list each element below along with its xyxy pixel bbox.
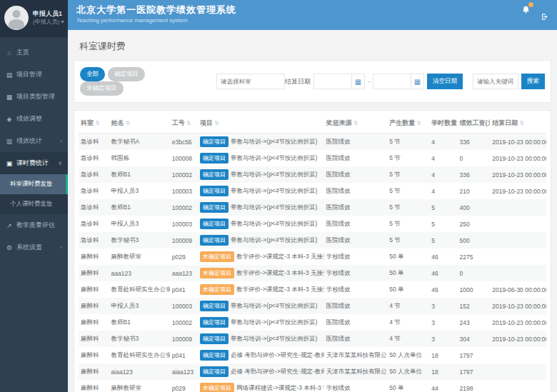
project-status-badge: 未确定项目 bbox=[200, 268, 234, 278]
table-row[interactable]: 麻醉科教师B1100002确定项目带教与培训->(p<4节按比例折算)医院绩效4… bbox=[79, 314, 546, 331]
table-row[interactable]: 急诊科韩国栋100008确定项目带教与培训->(p<4节按比例折算)医院绩效5 … bbox=[79, 150, 546, 166]
sidebar-item-label: 主页 bbox=[16, 48, 29, 57]
column-header-学时数量[interactable]: 学时数量⇅ bbox=[429, 114, 457, 134]
filter-pill-确定项目[interactable]: 确定项目 bbox=[108, 67, 145, 81]
main-content: 科室课时费 全部确定项目未确定项目 结算日期 ▦ - ▦ 清空日期 搜索 bbox=[68, 30, 557, 392]
column-header-结算日期[interactable]: 结算日期⇅ bbox=[490, 114, 546, 134]
cell-qty: 5 节 bbox=[387, 199, 429, 216]
cell-name: 教育处科研实生办公室A bbox=[109, 281, 170, 298]
table-row[interactable]: 麻醉科教育处科研实生办公室Ap041未确定项目教学评价->课规定-3 本科-3 … bbox=[79, 281, 546, 298]
cell-hours: 5 bbox=[429, 199, 457, 216]
project-description: 带教与培训->(p<4节按比例折算) bbox=[231, 220, 317, 227]
sort-icon: ⇅ bbox=[95, 120, 100, 126]
cell-hours: 5 bbox=[429, 232, 457, 248]
gear-icon: ⚙ bbox=[6, 244, 13, 251]
cell-date bbox=[490, 199, 546, 216]
column-header-科室[interactable]: 科室⇅ bbox=[79, 114, 109, 134]
logout-icon[interactable] bbox=[541, 11, 550, 24]
table-row[interactable]: 麻醉科麻醉教研室p029未确定项目网络课程建设->课规定-3 本科-3 学员学校… bbox=[79, 380, 546, 392]
date-range-label: 结算日期 bbox=[285, 77, 311, 86]
search-button[interactable]: 搜索 bbox=[521, 74, 545, 89]
project-description: 必修 考勤与评价->研究生-规定-教师 bbox=[231, 368, 324, 375]
sidebar-item-teaching-quality[interactable]: ↗教学质量评估 bbox=[0, 214, 68, 236]
cell-source: 医院绩效 bbox=[324, 183, 387, 199]
keyword-search-input[interactable] bbox=[473, 74, 518, 89]
cell-dept: 急诊科 bbox=[79, 150, 109, 166]
cell-project: 确定项目带教与培训->(p<4节按比例折算) bbox=[198, 134, 324, 151]
table-row[interactable]: 麻醉科申报人员3100003确定项目带教与培训->(p<4节按比例折算)医院绩效… bbox=[79, 298, 546, 314]
table-row[interactable]: 急诊科教师B1100002确定项目带教与培训->(p<4节按比例折算)医院绩效5… bbox=[79, 166, 546, 183]
cell-project: 确定项目带教与培训->(p<4节按比例折算) bbox=[198, 232, 324, 248]
sidebar-item-label: 系统设置 bbox=[16, 243, 42, 252]
cell-source: 学校绩效 bbox=[324, 248, 387, 265]
user-profile[interactable]: 申报人员1 (申报人员) ▾ bbox=[0, 0, 68, 37]
column-header-产生数量[interactable]: 产生数量⇅ bbox=[387, 114, 429, 134]
cell-pay: 500 bbox=[458, 232, 491, 248]
column-header-姓名[interactable]: 姓名⇅ bbox=[109, 114, 170, 134]
column-header-项目[interactable]: 项目⇅ bbox=[198, 114, 324, 134]
table-row[interactable]: 急诊科教学秘书3100009确定项目带教与培训->(p<4节按比例折算)医院绩效… bbox=[79, 232, 546, 248]
cell-dept: 急诊科 bbox=[79, 166, 109, 183]
sidebar-item-performance-adjust[interactable]: ◈绩效调整 bbox=[0, 108, 68, 130]
cell-name: 申报人员3 bbox=[109, 183, 170, 199]
cell-project: 确定项目带教与培训->(p<4节按比例折算) bbox=[198, 314, 324, 331]
cell-id: p029 bbox=[170, 380, 198, 392]
user-role-dropdown[interactable]: (申报人员) ▾ bbox=[33, 19, 64, 26]
cell-name: 麻醉教研室 bbox=[109, 248, 170, 265]
sidebar-item-project-type-management[interactable]: ▦项目类型管理 bbox=[0, 86, 68, 108]
table-row[interactable]: 麻醉科教育处科研实生办公室Ap041确定项目必修 考勤与评价->研究生-规定-教… bbox=[79, 347, 546, 363]
column-header-绩效工资(元)[interactable]: 绩效工资(元)⇅ bbox=[458, 114, 491, 134]
project-status-badge: 确定项目 bbox=[200, 333, 229, 344]
sidebar-item-label: 绩效调整 bbox=[16, 114, 42, 124]
sidebar-subitem-dept-course-fee[interactable]: 科室课时费发放 bbox=[0, 174, 68, 194]
date-to-input[interactable] bbox=[373, 74, 411, 89]
table-row[interactable]: 急诊科申报人员3100003确定项目带教与培训->(p<4节按比例折算)医院绩效… bbox=[79, 183, 546, 199]
app-subtitle: Teaching performance management system bbox=[76, 17, 548, 24]
date-from-input[interactable] bbox=[314, 74, 351, 89]
cell-id: 100003 bbox=[170, 298, 198, 314]
table-row[interactable]: 急诊科教师B1100002确定项目带教与培训->(p<4节按比例折算)医院绩效5… bbox=[79, 199, 546, 216]
notification-bell-icon[interactable] bbox=[521, 4, 531, 17]
filter-toolbar: 全部确定项目未确定项目 结算日期 ▦ - ▦ 清空日期 搜索 bbox=[74, 60, 551, 103]
cell-project: 确定项目带教与培训->(p<4节按比例折算) bbox=[198, 166, 324, 183]
sidebar-item-home[interactable]: ⌂主页 bbox=[0, 41, 68, 64]
table-row[interactable]: 麻醉科aiaa123aiaa123确定项目必修 考勤与评价->研究生-规定-教师… bbox=[79, 363, 546, 380]
calendar-icon[interactable]: ▦ bbox=[411, 74, 423, 89]
cell-qty: 50 单 bbox=[387, 265, 429, 281]
cell-pay: 1797 bbox=[458, 363, 491, 380]
cell-pay: 250 bbox=[458, 216, 491, 232]
cell-id: p041 bbox=[170, 281, 198, 298]
table-row[interactable]: 急诊科教学秘书Ae3bc56确定项目带教与培训->(p<4节按比例折算)医院绩效… bbox=[79, 134, 546, 151]
cell-project: 确定项目必修 考勤与评价->研究生-规定-教师 bbox=[198, 363, 324, 380]
chevron-icon: › bbox=[60, 244, 62, 251]
cell-hours: 3 bbox=[429, 331, 457, 347]
cell-source: 天津市某某科技有限公司双延项目 bbox=[324, 347, 387, 363]
project-status-badge: 确定项目 bbox=[200, 218, 229, 229]
department-select[interactable] bbox=[216, 74, 285, 89]
table-row[interactable]: 麻醉科麻醉教研室p029未确定项目教学评价->课规定-3 本科-3 无接受人学校… bbox=[79, 248, 546, 265]
cell-id: aiaa123 bbox=[170, 363, 198, 380]
project-description: 教学评价->课规定-3 本科-3 无接受人 bbox=[236, 286, 324, 293]
cell-id: p041 bbox=[170, 347, 198, 363]
table-row[interactable]: 麻醉科教学秘书3100009确定项目带教与培训->(p<4节按比例折算)医院绩效… bbox=[79, 331, 546, 347]
sidebar-item-course-fee-stats[interactable]: ▣课时费统计∨ bbox=[0, 152, 68, 174]
cell-pay: 336 bbox=[458, 166, 491, 183]
cell-name: 申报人员3 bbox=[109, 298, 170, 314]
sidebar-item-project-management[interactable]: ▤项目管理 bbox=[0, 64, 68, 86]
table-row[interactable]: 麻醉科aaa123aaa123未确定项目教学评价->课规定-3 本科-3 无接受… bbox=[79, 265, 546, 281]
cell-dept: 急诊科 bbox=[79, 134, 109, 151]
filter-pill-全部[interactable]: 全部 bbox=[80, 67, 105, 81]
project-status-badge: 确定项目 bbox=[200, 301, 229, 311]
calendar-icon[interactable]: ▦ bbox=[351, 74, 364, 89]
column-header-工号[interactable]: 工号⇅ bbox=[170, 114, 198, 134]
cell-date: 2019-10-23 00:00:00 bbox=[490, 134, 546, 151]
column-header-奖惩来源[interactable]: 奖惩来源⇅ bbox=[324, 114, 387, 134]
filter-pill-未确定项目[interactable]: 未确定项目 bbox=[80, 81, 124, 96]
sidebar-subitem-personal-course-fee[interactable]: 个人课时费发放 bbox=[0, 194, 68, 214]
sidebar-item-system-settings[interactable]: ⚙系统设置› bbox=[0, 236, 68, 258]
sidebar-item-performance-stats[interactable]: ▥绩效统计› bbox=[0, 130, 68, 152]
clear-dates-button[interactable]: 清空日期 bbox=[427, 74, 463, 89]
cell-date bbox=[490, 265, 546, 281]
table-row[interactable]: 急诊科申报人员3100003确定项目带教与培训->(p<4节按比例折算)医院绩效… bbox=[79, 216, 546, 232]
project-description: 必修 考勤与评价->研究生-规定-教师 bbox=[231, 351, 324, 358]
